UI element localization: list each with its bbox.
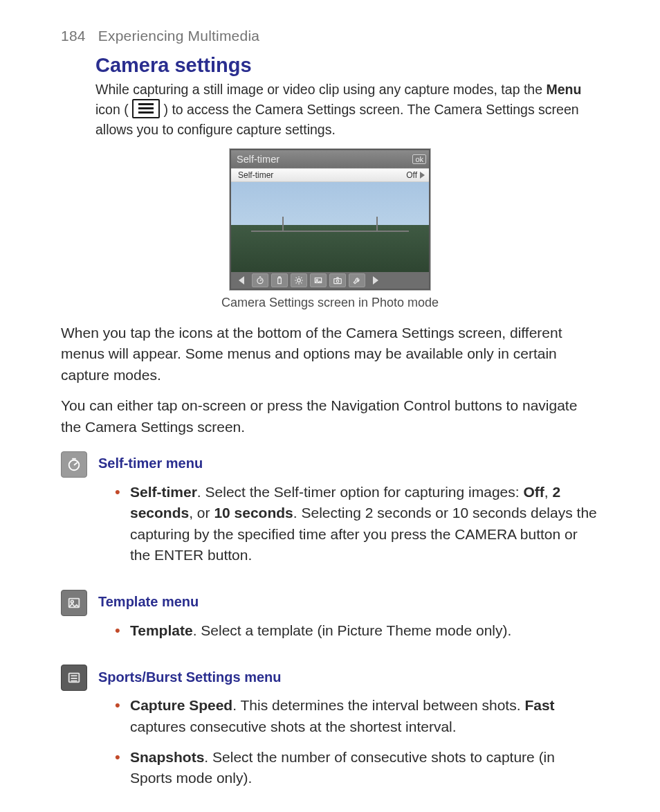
timer-icon[interactable] [252,273,268,287]
intro-paragraph: While capturing a still image or video c… [95,80,599,139]
tools-icon[interactable] [349,273,365,287]
capture-speed-item: Capture Speed. This determines the inter… [115,695,599,737]
svg-rect-13 [71,678,77,679]
self-timer-icon [61,451,87,478]
svg-rect-2 [279,277,280,278]
camera-icon[interactable] [329,273,346,287]
svg-point-7 [336,280,339,282]
menu-icon [132,99,160,118]
heading-camera-settings: Camera settings [95,54,599,77]
svg-rect-6 [334,278,342,283]
row-label: Self-timer [238,170,273,180]
template-menu-title: Template menu [98,594,599,610]
battery-icon[interactable] [271,273,288,287]
sports-burst-icon [61,665,87,691]
page-number: 184 [61,28,86,44]
template-icon[interactable] [310,273,327,287]
screenshot-title: Self-timer [237,154,279,165]
svg-point-3 [297,278,301,282]
row-value: Off [406,170,417,180]
sports-burst-menu-title: Sports/Burst Settings menu [98,669,599,685]
toolbar-prev[interactable] [234,274,249,287]
camera-settings-screenshot: Self-timer ok Self-timer Off [230,149,430,290]
brightness-icon[interactable] [291,273,307,287]
svg-rect-14 [71,680,77,682]
svg-rect-1 [278,278,282,283]
body-paragraph-2: You can either tap on-screen or press th… [61,395,599,437]
svg-point-10 [71,600,73,603]
menu-word: Menu [546,82,581,97]
chapter-title: Experiencing Multimedia [98,28,259,44]
toolbar-next[interactable] [368,274,383,287]
preview-image [231,182,429,272]
body-paragraph-1: When you tap the icons at the bottom of … [61,323,599,386]
chevron-right-icon [420,172,425,179]
template-menu-icon [61,590,87,616]
template-item: Template. Select a template (in Picture … [115,620,599,641]
screenshot-toolbar [231,272,429,289]
ok-button[interactable]: ok [412,154,426,164]
svg-rect-12 [71,676,77,677]
self-timer-menu-title: Self-timer menu [98,455,599,471]
figure-caption: Camera Settings screen in Photo mode [221,296,439,310]
self-timer-row[interactable]: Self-timer Off [231,168,429,182]
snapshots-item: Snapshots. Select the number of consecut… [115,747,599,789]
running-header: 184 Experiencing Multimedia [61,28,599,44]
self-timer-item: Self-timer. Select the Self-timer option… [115,482,599,566]
